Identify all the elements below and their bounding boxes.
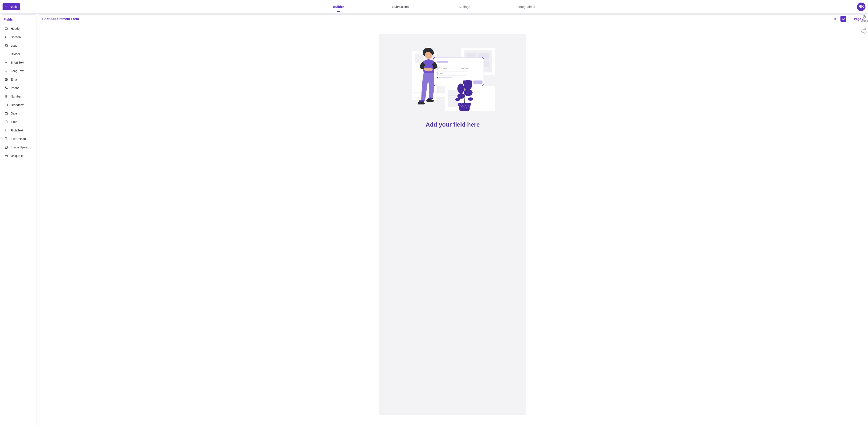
svg-rect-24 [5,112,7,115]
work-area: Fields Header T Section [0,13,868,427]
top-bar: Back Builder Submissions Settings Integr… [0,0,868,13]
svg-point-79 [468,97,473,101]
field-label: Section [11,35,21,39]
svg-rect-54 [449,95,457,96]
field-long-text[interactable]: Long Text [1,67,36,75]
svg-point-8 [7,54,7,55]
svg-text:Last name: Last name [461,67,469,69]
form-page[interactable]: First name Last name Email [371,23,534,426]
field-phone[interactable]: Phone [1,84,36,92]
svg-point-6 [5,54,5,55]
mobile-icon [833,17,836,21]
canvas-panel: Tutor Appointment Form Page 2 [38,14,867,426]
field-label: Header [11,27,21,30]
back-button[interactable]: Back [3,3,20,10]
field-rich-text[interactable]: A Rich Text [1,126,36,134]
file-upload-icon [4,137,8,141]
time-icon [4,120,8,124]
field-dropdown[interactable]: Dropdown [1,101,36,109]
svg-rect-58 [437,66,438,70]
viewport-mobile-button[interactable] [832,16,838,22]
field-label: Date [11,112,17,115]
svg-point-5 [5,45,6,45]
viewport-desktop-button[interactable] [840,16,846,22]
field-divider[interactable]: Divider [1,50,36,58]
svg-text:T: T [5,36,6,38]
empty-drop-area[interactable]: First name Last name Email [379,34,526,415]
svg-rect-50 [413,93,445,97]
svg-rect-56 [437,61,448,63]
field-label: Time [11,120,18,124]
field-label: Short Text [11,61,24,64]
field-unique-id[interactable]: Unique Id [1,152,36,160]
svg-rect-23 [5,104,7,106]
field-header[interactable]: Header [1,24,36,33]
field-label: Unique Id [11,154,24,157]
arrow-left-icon [5,5,8,8]
section-icon: T [4,35,8,39]
field-file-upload[interactable]: File Upload [1,134,36,143]
logo-icon [4,44,8,47]
field-label: Image Upload [11,146,29,149]
field-label: Number [11,95,22,98]
field-image-upload[interactable]: Image Upload [1,143,36,152]
svg-point-76 [457,84,464,94]
field-date[interactable]: Date [1,109,36,118]
field-label: Long Text [11,69,24,73]
svg-rect-1 [5,28,7,29]
svg-point-34 [5,155,6,156]
long-text-icon [4,69,8,73]
avatar-initials: RK [859,4,864,9]
svg-rect-53 [449,93,457,93]
svg-point-78 [456,98,460,101]
field-section[interactable]: T Section [1,33,36,41]
tab-builder[interactable]: Builder [332,0,345,13]
fields-panel: Fields Header T Section [1,14,36,426]
tab-submissions[interactable]: Submissions [392,0,411,13]
rich-text-icon: A [4,129,8,132]
header-icon [4,27,8,30]
date-icon [4,112,8,115]
back-label: Back [10,5,17,8]
tab-integrations[interactable]: Integrations [518,0,536,13]
avatar[interactable]: RK [857,3,865,11]
image-upload-icon [4,146,8,149]
field-time[interactable]: Time [1,118,36,126]
field-label: Rich Text [11,129,23,132]
viewport-toggle [832,16,846,22]
field-label: File Upload [11,137,26,141]
svg-text:A: A [5,129,6,132]
svg-rect-61 [460,66,460,70]
field-email[interactable]: Email [1,75,36,84]
dropdown-icon [4,103,8,106]
svg-point-66 [437,77,438,79]
number-icon [4,95,8,98]
rail-setting[interactable]: Setting [861,15,868,22]
field-logo[interactable]: Logo [1,41,36,50]
field-short-text[interactable]: Short Text [1,58,36,67]
fields-scroll[interactable]: Header T Section Logo [1,24,36,426]
gear-icon [862,15,866,19]
main-tabs: Builder Submissions Settings Integration… [332,0,536,13]
svg-rect-39 [842,18,845,19]
form-title: Tutor Appointment Form [42,17,79,21]
divider-icon [4,52,8,56]
right-rail: Setting Pages [860,15,868,33]
rail-pages-label: Pages [861,31,867,33]
pages-icon [862,26,866,30]
svg-rect-72 [428,98,433,99]
svg-point-77 [464,80,472,91]
rail-pages[interactable]: Pages [861,26,867,33]
field-label: Email [11,78,18,81]
svg-point-32 [5,147,6,147]
email-icon [4,78,8,81]
svg-rect-64 [437,72,438,75]
field-number[interactable]: Number [1,92,36,101]
tab-settings[interactable]: Settings [458,0,471,13]
canvas[interactable]: First name Last name Email [38,23,867,426]
empty-state-headline: Add your field here [426,121,479,128]
rail-setting-label: Setting [861,20,868,22]
field-label: Phone [11,86,19,90]
svg-point-7 [6,54,6,55]
canvas-header: Tutor Appointment Form Page 2 [38,14,867,23]
